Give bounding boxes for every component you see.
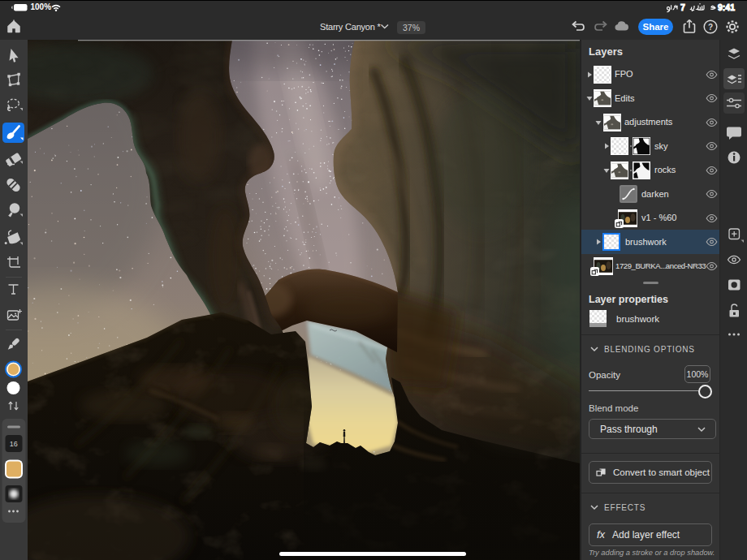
svg-text:16: 16 [10, 440, 18, 448]
svg-text:7: 7 [680, 2, 685, 12]
svg-text:9:41: 9:41 [718, 2, 735, 12]
svg-text:?: ? [708, 23, 713, 32]
svg-text:100%: 100% [31, 2, 52, 11]
